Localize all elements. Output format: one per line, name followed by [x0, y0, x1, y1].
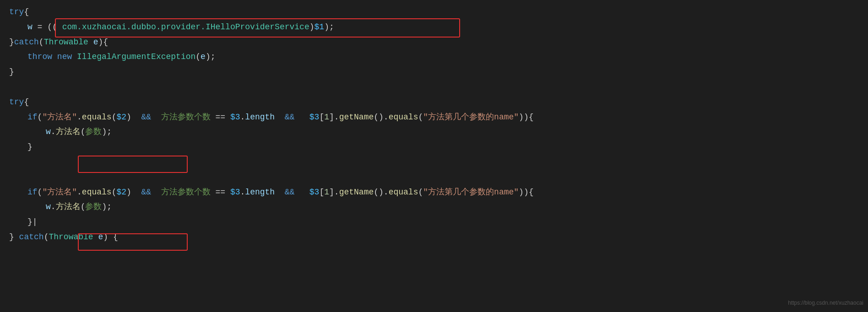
code-line-12	[9, 170, 859, 185]
code-line-9: w . 方法名 ( 参数 );	[9, 124, 859, 140]
code-line-10: }	[9, 140, 859, 155]
code-line-6	[9, 80, 859, 95]
code-line-4: throw new IllegalArgumentException ( e )…	[9, 49, 859, 65]
code-line-1: try{	[9, 5, 859, 20]
watermark: https://blog.csdn.net/xuzhaocai	[788, 299, 863, 307]
code-line-3: } catch ( Throwable e ){	[9, 35, 859, 50]
code-line-13: if ( "方法名" . equals ( $2 ) && 方法参数个数 == …	[9, 185, 859, 200]
code-line-2: w = (( com.xuzhaocai.dubbo.provider.IHel…	[9, 20, 859, 35]
code-line-16: } catch ( Throwable e ) {	[9, 230, 859, 245]
code-container: try{ w = (( com.xuzhaocai.dubbo.provider…	[9, 5, 859, 245]
code-line-11	[9, 155, 859, 170]
code-line-8: if ( "方法名" . equals ( $2 ) && 方法参数个数 == …	[9, 110, 859, 125]
keyword-try: try	[9, 5, 24, 19]
code-line-5: }	[9, 65, 859, 80]
code-line-14: w . 方法名 ( 参数 );	[9, 199, 859, 215]
code-line-15: }|	[9, 215, 859, 230]
code-line-7: try {	[9, 95, 859, 110]
